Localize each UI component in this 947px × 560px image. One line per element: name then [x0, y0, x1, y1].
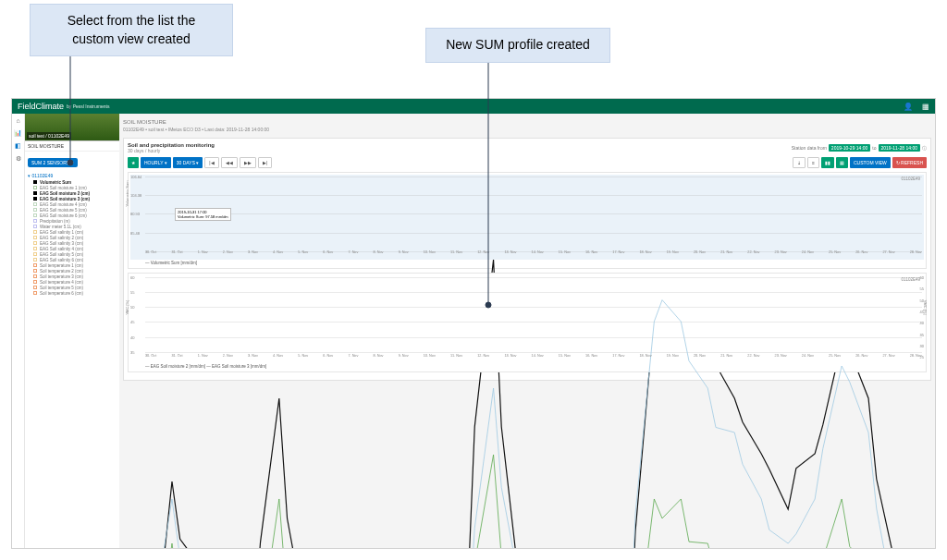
- svg-point-3: [486, 302, 491, 308]
- svg-point-1: [68, 160, 73, 165]
- annotation-left: Select from the list the custom view cre…: [30, 4, 233, 56]
- annotation-right: New SUM profile created: [425, 28, 610, 63]
